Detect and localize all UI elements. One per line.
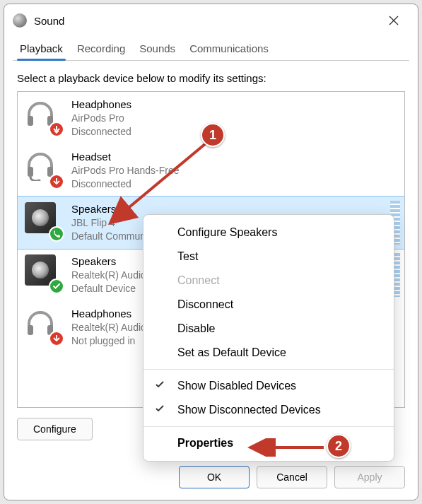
- dialog-buttons: OK Cancel Apply: [4, 466, 418, 488]
- menu-separator: [143, 426, 394, 427]
- device-labels: Headphones AirPods Pro Disconnected: [71, 98, 131, 139]
- checkmark-icon: [155, 404, 165, 416]
- device-labels: Speakers Realtek(R) Audio Default Device: [71, 254, 146, 295]
- apply-button[interactable]: Apply: [334, 466, 405, 488]
- configure-button[interactable]: Configure: [17, 418, 93, 440]
- svg-rect-5: [28, 325, 33, 335]
- menu-configure-speakers[interactable]: Configure Speakers: [143, 221, 394, 245]
- tab-recording[interactable]: Recording: [70, 38, 132, 60]
- device-name: Headset: [71, 150, 180, 164]
- cancel-button[interactable]: Cancel: [257, 466, 327, 488]
- title-bar: Sound: [4, 4, 418, 34]
- close-icon: [389, 16, 399, 25]
- annotation-badge-2: 2: [327, 434, 351, 458]
- device-desc: AirPods Pro: [71, 112, 131, 125]
- annotation-badge-1: 1: [201, 123, 225, 147]
- tab-communications[interactable]: Communications: [182, 38, 276, 60]
- close-button[interactable]: [378, 10, 409, 31]
- context-menu: Configure Speakers Test Connect Disconne…: [143, 214, 394, 462]
- status-phone-icon: [49, 226, 64, 242]
- menu-show-disconnected[interactable]: Show Disconnected Devices: [143, 398, 394, 422]
- instruction-text: Select a playback device below to modify…: [17, 72, 405, 84]
- menu-label: Show Disabled Devices: [177, 380, 296, 392]
- status-disconnected-icon: [49, 331, 64, 346]
- status-disconnected-icon: [49, 174, 64, 189]
- tab-sounds[interactable]: Sounds: [132, 38, 182, 60]
- tab-strip: Playback Recording Sounds Communications: [13, 38, 409, 61]
- device-name: Headphones: [71, 98, 131, 112]
- tab-playback[interactable]: Playback: [13, 38, 70, 60]
- device-name: Headphones: [71, 307, 146, 321]
- device-labels: Headset AirPods Pro Hands-Free Disconnec…: [71, 150, 180, 191]
- device-icon: [25, 202, 61, 239]
- svg-rect-2: [28, 167, 33, 177]
- menu-test[interactable]: Test: [143, 245, 394, 269]
- device-status: Default Device: [71, 282, 146, 295]
- menu-separator: [143, 369, 394, 370]
- window-title: Sound: [34, 15, 64, 27]
- device-desc: AirPods Pro Hands-Free: [71, 164, 180, 177]
- device-icon: [25, 307, 61, 344]
- menu-label: Show Disconnected Devices: [177, 404, 321, 416]
- menu-set-default[interactable]: Set as Default Device: [143, 341, 394, 365]
- status-disconnected-icon: [49, 122, 64, 137]
- device-icon: [25, 254, 61, 291]
- device-status: Disconnected: [71, 125, 131, 139]
- device-status: Not plugged in: [71, 334, 146, 348]
- menu-connect: Connect: [143, 269, 394, 293]
- svg-point-4: [37, 180, 41, 182]
- device-status: Disconnected: [71, 177, 180, 191]
- device-icon: [25, 98, 61, 134]
- sound-dialog: Sound Playback Recording Sounds Communic…: [4, 4, 418, 500]
- device-icon: [25, 150, 61, 187]
- svg-rect-0: [28, 116, 33, 126]
- device-name: Speakers: [71, 254, 146, 269]
- menu-disable[interactable]: Disable: [143, 317, 394, 341]
- ok-button[interactable]: OK: [179, 466, 250, 488]
- menu-show-disabled[interactable]: Show Disabled Devices: [143, 374, 394, 398]
- device-desc: Realtek(R) Audio: [71, 321, 146, 334]
- device-row[interactable]: Headset AirPods Pro Hands-Free Disconnec…: [18, 144, 404, 197]
- status-check-icon: [49, 279, 64, 294]
- checkmark-icon: [155, 380, 165, 392]
- menu-disconnect[interactable]: Disconnect: [143, 293, 394, 317]
- device-desc: Realtek(R) Audio: [71, 269, 146, 282]
- menu-properties[interactable]: Properties: [143, 431, 394, 455]
- device-labels: Headphones Realtek(R) Audio Not plugged …: [71, 307, 146, 348]
- sound-icon: [13, 13, 27, 28]
